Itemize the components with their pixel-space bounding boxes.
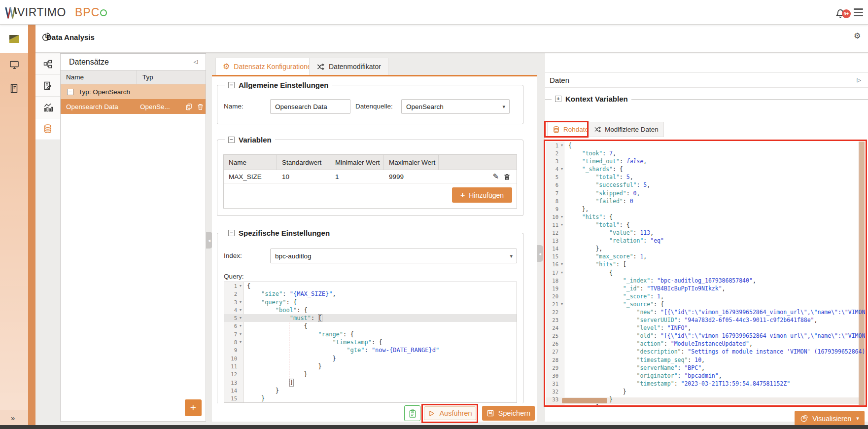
chevron-down-icon: ▾: [856, 415, 859, 422]
save-button[interactable]: Speichern: [482, 406, 535, 421]
index-value: bpc-auditlog: [275, 252, 312, 260]
code-line: 10▾ "hits": {: [546, 213, 865, 221]
data-panel-title: Daten: [550, 76, 569, 84]
column-header[interactable]: Maximaler Wert: [384, 155, 439, 170]
code-line: 14 }: [224, 387, 517, 394]
menu-icon[interactable]: [854, 8, 863, 16]
database-icon: [43, 124, 53, 134]
code-line: 4▾ "bool": {: [224, 306, 517, 314]
index-select[interactable]: bpc-auditlog ▾: [270, 249, 517, 263]
delete-icon[interactable]: [503, 173, 511, 180]
tool-tab-datasets[interactable]: [35, 118, 60, 140]
copy-icon[interactable]: [185, 103, 193, 110]
delete-icon[interactable]: [197, 103, 204, 110]
tool-tab-report[interactable]: [35, 75, 60, 97]
tab-datenmodifikator[interactable]: Datenmodifikator: [309, 58, 388, 75]
code-line: 28 "timestamp_seq": 10,: [546, 356, 865, 364]
paste-query-button[interactable]: [404, 405, 420, 421]
edit-pencil-icon[interactable]: ✎: [492, 172, 499, 181]
collapse-handle-right[interactable]: ◂: [537, 245, 543, 262]
code-line: 34 ]: [546, 403, 865, 405]
tab-modifizierte-daten[interactable]: Modifizierte Daten: [589, 122, 664, 137]
collapse-fieldset-icon[interactable]: −: [228, 230, 235, 236]
workspace-logo[interactable]: [0, 25, 28, 53]
button-label: Speichern: [498, 409, 530, 417]
dataset-name-input[interactable]: [270, 99, 350, 114]
tab-datensatz-konfigurationen[interactable]: ⚙ Datensatz Konfigurationen: [215, 58, 322, 75]
run-button[interactable]: Ausführen: [424, 406, 476, 420]
code-line: 8 "failed": 0: [546, 197, 865, 205]
notification-badge: 9+: [842, 9, 851, 18]
plus-icon: +: [460, 191, 465, 199]
sidebar-expand-button[interactable]: »: [0, 410, 28, 425]
shuffle-icon: [594, 126, 601, 133]
settings-gear-icon[interactable]: ⚙: [854, 32, 861, 40]
variable-max: 9999: [384, 170, 439, 183]
tool-tab-structure[interactable]: [35, 53, 60, 75]
column-header[interactable]: Minimaler Wert: [330, 155, 384, 170]
chevron-down-icon: ▾: [502, 104, 505, 110]
button-label: Hinzufügen: [469, 191, 504, 199]
code-line: 2 "took": 7,: [546, 149, 865, 157]
data-panel: Daten ▷ + Kontext Variablen Rohdaten Mod…: [545, 53, 868, 422]
code-line: 8▾ "timestamp": {: [224, 338, 517, 346]
expand-right-panel-icon[interactable]: ▷: [857, 77, 861, 83]
variables-table-header: Name Standardwert Minimaler Wert Maximal…: [224, 155, 517, 170]
datasource-value: OpenSearch: [406, 103, 444, 110]
column-header[interactable]: Name: [224, 155, 277, 170]
context-variables-section: + Kontext Variablen: [545, 95, 868, 104]
tool-tab-analysis[interactable]: [35, 97, 60, 118]
button-label: Visualisieren: [812, 415, 851, 423]
column-header-name[interactable]: Name: [61, 71, 137, 84]
code-line: 13 ]: [224, 379, 517, 387]
query-code-editor[interactable]: 1▾{2 "size": "{MAX_SIZE}",3▾ "query": {4…: [224, 282, 517, 403]
sidebar-item-monitoring[interactable]: [0, 56, 28, 73]
dataset-name: Opensearch Data: [66, 103, 140, 110]
brand-product: BPC: [75, 6, 100, 19]
code-line: 3 "timed_out": false,: [546, 157, 865, 165]
variable-default: 10: [277, 170, 330, 183]
column-header[interactable]: Standardwert: [277, 155, 330, 170]
column-header-type[interactable]: Typ: [137, 71, 191, 84]
sidebar-accent-strip: [28, 25, 35, 429]
sidebar-item-logbook[interactable]: [0, 80, 28, 97]
collapse-group-icon[interactable]: −: [67, 89, 73, 95]
code-line: 6▾ {: [224, 322, 517, 330]
add-variable-button[interactable]: + Hinzufügen: [452, 187, 512, 203]
code-line: 15 "max_score": 1,: [546, 252, 865, 260]
chart-icon: [43, 103, 53, 112]
status-ring-icon: [100, 9, 107, 16]
database-icon: [553, 126, 560, 134]
collapse-left-panel-icon[interactable]: ◁: [194, 59, 198, 65]
legend-text: Kontext Variablen: [565, 95, 628, 103]
bottom-edge-band: [0, 425, 868, 429]
dataset-row-selected[interactable]: Opensearch Data OpenSe...: [61, 99, 206, 114]
chevron-down-icon: ▾: [510, 253, 513, 259]
code-line: 4▾ "_shards": {: [546, 165, 865, 173]
code-line: 24 "level": "INFO",: [546, 324, 865, 332]
variable-row[interactable]: MAX_SIZE 10 1 9999 ✎: [224, 170, 517, 183]
datasource-select[interactable]: OpenSearch ▾: [401, 99, 510, 114]
raw-data-viewer[interactable]: 1▾{2 "took": 7,3 "timed_out": false,4▾ "…: [546, 142, 865, 405]
dataset-group-row[interactable]: − Typ: OpenSearch: [61, 84, 206, 99]
active-tab-underline: [212, 75, 537, 76]
collapse-fieldset-icon[interactable]: −: [228, 137, 235, 143]
collapse-fieldset-icon[interactable]: −: [228, 82, 235, 88]
code-line: 6 "successful": 5,: [546, 181, 865, 189]
datasets-panel: Datensätze ◁ Name Typ − Typ: OpenSearch …: [60, 53, 206, 422]
virtimo-logo-icon: [5, 6, 17, 19]
brand-name: VIRTIMO: [17, 6, 66, 19]
code-line: 15 }: [224, 394, 517, 402]
tab-label: Datensatz Konfigurationen: [234, 63, 315, 71]
datasets-panel-header: Datensätze ◁: [61, 54, 206, 71]
app-window: VIRTIMO BPC 9+ »: [0, 0, 868, 429]
code-line: 25 "old": "[{\"id\":\"vimon_167939965286…: [546, 332, 865, 340]
visualize-button[interactable]: Visualisieren ▾: [795, 411, 865, 426]
expand-fieldset-icon[interactable]: +: [555, 96, 561, 102]
code-line: 7 "skipped": 0,: [546, 189, 865, 197]
tab-label: Datenmodifikator: [329, 63, 381, 71]
add-dataset-button[interactable]: +: [185, 399, 202, 416]
code-line: 1▾{: [224, 282, 517, 290]
tree-icon: [43, 59, 53, 69]
code-line: 19 "_id": "TVB4BIcBuPpTIo9NIkzk",: [546, 285, 865, 292]
